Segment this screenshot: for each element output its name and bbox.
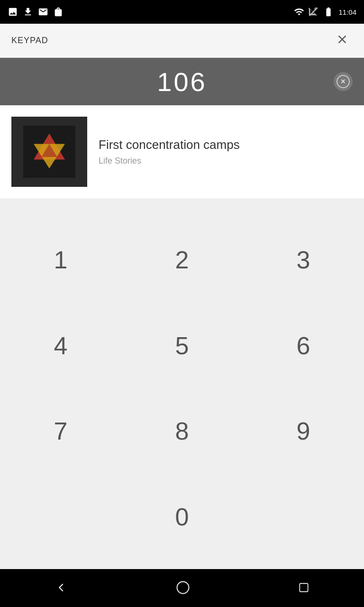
key-9[interactable]: 9 (256, 407, 351, 455)
keypad-row-4: 0 (0, 474, 364, 560)
status-icons-right: 11:04 (294, 7, 356, 17)
back-button[interactable] (39, 577, 83, 600)
key-3[interactable]: 3 (256, 236, 351, 284)
svg-point-4 (177, 581, 189, 593)
clear-icon: × (337, 75, 350, 88)
key-2[interactable]: 2 (135, 236, 229, 284)
result-card: First concentration camps Life Stories (0, 105, 364, 198)
keypad-row-3: 7 8 9 (0, 388, 364, 474)
recents-button[interactable] (282, 578, 325, 599)
key-4[interactable]: 4 (13, 322, 108, 369)
dialed-number: 106 (157, 66, 207, 97)
app-bar: KEYPAD (0, 24, 364, 58)
key-7[interactable]: 7 (13, 407, 108, 455)
number-display: 106 × (0, 58, 364, 105)
key-1[interactable]: 1 (13, 236, 108, 284)
key-6[interactable]: 6 (256, 322, 351, 369)
time-display: 11:04 (338, 8, 356, 16)
svg-rect-5 (300, 583, 308, 591)
app-bar-title: KEYPAD (11, 36, 48, 46)
status-icons-left (8, 7, 64, 17)
result-title: First concentration camps (99, 138, 240, 152)
nav-bar (0, 569, 364, 607)
keypad-row-1: 1 2 3 (0, 217, 364, 303)
keypad-row-2: 4 5 6 (0, 303, 364, 389)
battery-icon (322, 7, 335, 17)
separator (0, 198, 364, 208)
result-text: First concentration camps Life Stories (99, 138, 240, 166)
result-thumbnail (11, 117, 87, 187)
star-of-david-image (23, 126, 75, 178)
result-subtitle: Life Stories (99, 156, 240, 166)
close-button[interactable] (332, 29, 353, 53)
keypad: 1 2 3 4 5 6 7 8 9 0 (0, 208, 364, 569)
key-8[interactable]: 8 (135, 407, 229, 455)
key-5[interactable]: 5 (135, 322, 229, 369)
status-bar: 11:04 (0, 0, 364, 24)
home-button[interactable] (161, 577, 205, 600)
image-icon (8, 7, 18, 17)
wifi-icon (294, 7, 304, 17)
gmail-icon (38, 7, 48, 17)
clear-button[interactable]: × (334, 72, 353, 91)
download-icon (23, 7, 33, 17)
shopping-icon (53, 7, 64, 17)
signal-off-icon (308, 7, 318, 17)
key-0[interactable]: 0 (135, 493, 229, 541)
